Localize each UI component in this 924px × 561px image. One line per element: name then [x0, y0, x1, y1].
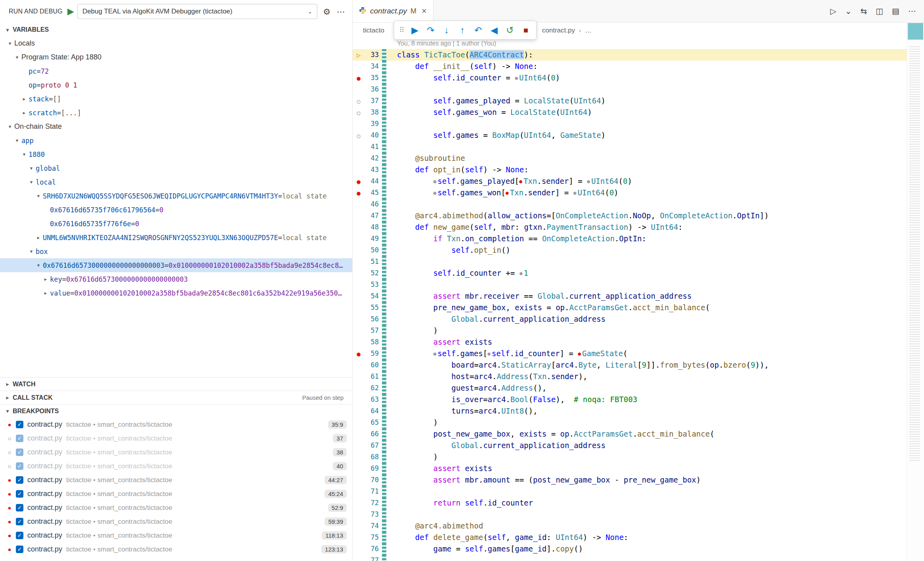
breakpoint-row[interactable]: ●✓contract.pytictactoe • smart_contracts…: [0, 515, 352, 529]
breakpoint-margin[interactable]: [353, 359, 365, 371]
variable-row[interactable]: ▸stack = []: [0, 92, 352, 106]
breakpoint-checkbox[interactable]: ✓: [16, 448, 23, 456]
variable-row[interactable]: 0x67616d65735f706c61796564 = 0: [0, 203, 352, 217]
breakpoint-margin[interactable]: [353, 244, 365, 256]
variable-row[interactable]: ▾global: [0, 161, 352, 175]
chevron-icon[interactable]: ▾: [27, 248, 36, 254]
breakpoint-margin[interactable]: ▷: [353, 49, 365, 61]
stop-button[interactable]: ■: [518, 22, 534, 38]
breakpoint-margin[interactable]: [353, 336, 365, 348]
step-into-button[interactable]: ↓: [439, 22, 454, 38]
breakpoint-row[interactable]: ○✓contract.pytictactoe • smart_contracts…: [0, 431, 352, 445]
more-actions-button[interactable]: ⋯: [908, 7, 916, 15]
chevron-icon[interactable]: ▾: [27, 179, 36, 185]
variable-row[interactable]: ▾0x67616d6573000000000000000003 = 0x0100…: [0, 258, 352, 272]
breakpoint-margin[interactable]: [353, 474, 365, 486]
breakpoint-row[interactable]: ●✓contract.pytictactoe • smart_contracts…: [0, 542, 352, 556]
breakpoint-row[interactable]: ●✓contract.pytictactoe • smart_contracts…: [0, 529, 352, 542]
variable-row[interactable]: 0x67616d65735f776f6e = 0: [0, 217, 352, 231]
variable-row[interactable]: ▾Program State: App 1880: [0, 50, 352, 64]
breakpoint-margin[interactable]: [353, 61, 365, 72]
chevron-icon[interactable]: ▾: [13, 54, 21, 60]
code-text[interactable]: @arc4.abimethod(allow_actions=[OnComplet…: [386, 210, 907, 221]
code-text[interactable]: host=arc4.Address(Txn.sender),: [386, 371, 907, 382]
variable-row[interactable]: ▾Locals: [0, 36, 352, 50]
close-icon[interactable]: ×: [422, 7, 427, 15]
breakpoint-margin[interactable]: [353, 428, 365, 440]
breakpoint-checkbox[interactable]: ✓: [16, 532, 23, 539]
code-text[interactable]: self.games_played = LocalState(UInt64): [386, 95, 907, 107]
breakpoint-margin[interactable]: [353, 509, 365, 520]
chevron-icon[interactable]: ▾: [27, 165, 36, 171]
breakpoint-margin[interactable]: [353, 198, 365, 210]
drag-handle[interactable]: ⠿: [397, 22, 407, 38]
run-python-file-button[interactable]: ▷: [830, 7, 836, 15]
breakpoint-checkbox[interactable]: ✓: [16, 462, 23, 470]
code-text[interactable]: pre_new_game_box, exists = op.AcctParams…: [386, 302, 907, 313]
code-text[interactable]: def delete_game(self, game_id: UInt64) -…: [386, 532, 907, 543]
step-out-button[interactable]: ↑: [454, 22, 470, 38]
breakpoint-checkbox[interactable]: ✓: [16, 421, 23, 428]
code-text[interactable]: def new_game(self, mbr: gtxn.PaymentTran…: [386, 221, 907, 233]
breakpoint-margin[interactable]: ○: [353, 95, 365, 107]
code-text[interactable]: self.opt_in(): [386, 244, 907, 256]
variable-row[interactable]: ▾local: [0, 175, 352, 189]
code-text[interactable]: [386, 509, 907, 520]
breakpoint-margin[interactable]: [353, 279, 365, 290]
code-text[interactable]: [386, 141, 907, 153]
run-options-chevron-icon[interactable]: ⌄: [845, 7, 852, 15]
chevron-icon[interactable]: ▸: [20, 110, 29, 116]
breakpoint-margin[interactable]: [353, 210, 365, 221]
code-text[interactable]: class TicTacToe(ARC4Contract):: [386, 49, 907, 61]
chevron-icon[interactable]: ▸: [41, 290, 50, 296]
code-text[interactable]: assert exists: [386, 463, 907, 474]
code-text[interactable]: assert mbr.receiver == Global.current_ap…: [386, 290, 907, 302]
breakpoint-margin[interactable]: ○: [353, 130, 365, 141]
variable-row[interactable]: ▾On-chain State: [0, 120, 352, 134]
code-text[interactable]: turns=arc4.UInt8(),: [386, 405, 907, 417]
breakpoint-margin[interactable]: [353, 313, 365, 325]
code-text[interactable]: @subroutine: [386, 153, 907, 164]
breadcrumb-symbol[interactable]: …: [585, 27, 592, 34]
chevron-icon[interactable]: ▾: [34, 262, 43, 268]
breakpoint-margin[interactable]: [353, 463, 365, 474]
breakpoint-margin[interactable]: [353, 394, 365, 405]
variable-row[interactable]: ▾app: [0, 134, 352, 147]
code-text[interactable]: @arc4.abimethod: [386, 520, 907, 532]
breakpoint-margin[interactable]: ●: [353, 72, 365, 84]
breadcrumb-segment[interactable]: tictacto: [363, 27, 384, 34]
code-text[interactable]: def __init__(self) -> None:: [386, 61, 907, 72]
breakpoint-checkbox[interactable]: ✓: [16, 476, 23, 484]
chevron-icon[interactable]: ▾: [6, 124, 14, 130]
code-text[interactable]: self.games_won = LocalState(UInt64): [386, 107, 907, 118]
code-text[interactable]: [386, 84, 907, 95]
breakpoint-margin[interactable]: [353, 325, 365, 336]
code-text[interactable]: self.id_counter += ●1: [386, 267, 907, 279]
continue-button[interactable]: ▶: [407, 22, 423, 38]
variable-row[interactable]: pc = 72: [0, 64, 352, 78]
tab-contract-py[interactable]: contract.py M ×: [353, 0, 433, 22]
code-text[interactable]: self.games = BoxMap(UInt64, GameState): [386, 130, 907, 141]
chevron-icon[interactable]: ▾: [6, 40, 14, 46]
chevron-icon[interactable]: ▾: [20, 151, 29, 157]
chevron-icon[interactable]: ▸: [20, 96, 29, 102]
code-text[interactable]: game = self.games[game_id].copy(): [386, 543, 907, 555]
debug-config-select[interactable]: Debug TEAL via AlgoKit AVM Debugger (tic…: [77, 4, 317, 19]
breakpoint-margin[interactable]: [353, 497, 365, 509]
reverse-continue-button[interactable]: ◀: [486, 22, 502, 38]
breakpoint-margin[interactable]: [353, 267, 365, 279]
variable-row[interactable]: ▾box: [0, 244, 352, 258]
breakpoint-margin[interactable]: [353, 84, 365, 95]
breakpoint-margin[interactable]: [353, 302, 365, 313]
breakpoint-margin[interactable]: ●: [353, 187, 365, 198]
breakpoint-margin[interactable]: [353, 451, 365, 463]
breakpoint-margin[interactable]: [353, 118, 365, 130]
code-text[interactable]: guest=arc4.Address(),: [386, 382, 907, 394]
breakpoint-checkbox[interactable]: ✓: [16, 518, 23, 525]
breakpoint-margin[interactable]: [353, 256, 365, 267]
breakpoint-margin[interactable]: [353, 543, 365, 555]
breakpoint-margin[interactable]: [353, 417, 365, 428]
breakpoint-margin[interactable]: ○: [353, 107, 365, 118]
code-text[interactable]: ●self.games[●self.id_counter] = ●GameSta…: [386, 348, 907, 359]
open-changes-icon[interactable]: ⇆: [860, 7, 867, 15]
